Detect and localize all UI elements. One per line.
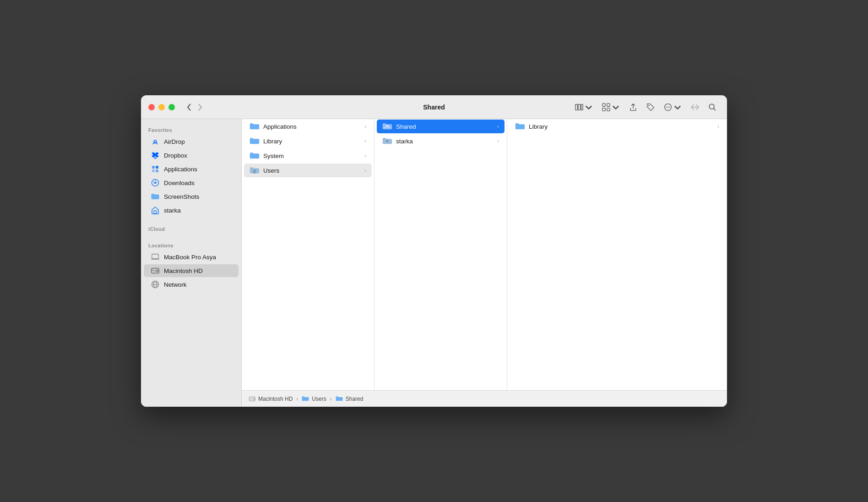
file-row-library-col3[interactable]: Library › xyxy=(510,120,725,133)
dropbox-icon xyxy=(151,151,159,159)
file-row-users[interactable]: Users › xyxy=(244,164,372,177)
svg-rect-15 xyxy=(156,166,158,169)
svg-point-26 xyxy=(253,169,255,172)
column-3: Library › xyxy=(507,119,727,390)
home-icon xyxy=(151,206,159,214)
svg-point-10 xyxy=(667,106,668,107)
minimize-button[interactable] xyxy=(158,104,165,110)
folder-shared-breadcrumb-icon xyxy=(336,396,343,402)
folder-shared-icon xyxy=(382,122,392,131)
sidebar-item-starka[interactable]: starka xyxy=(144,204,239,217)
columns-container: Applications › Library › xyxy=(242,119,727,390)
svg-point-29 xyxy=(385,127,386,128)
downloads-label: Downloads xyxy=(164,180,195,186)
finder-window: Shared xyxy=(141,95,727,407)
svg-rect-16 xyxy=(152,169,155,172)
titlebar: Shared xyxy=(141,95,727,119)
close-button[interactable] xyxy=(148,104,155,110)
starka-row-label: starka xyxy=(396,138,413,145)
icloud-label: iCloud xyxy=(141,223,241,234)
svg-rect-4 xyxy=(607,103,610,106)
column-1: Applications › Library › xyxy=(242,119,374,390)
hd-breadcrumb-icon xyxy=(249,396,255,402)
svg-rect-14 xyxy=(152,166,155,169)
svg-point-7 xyxy=(648,105,649,106)
file-row-library[interactable]: Library › xyxy=(244,134,372,148)
favorites-label: Favorites xyxy=(141,124,241,135)
svg-rect-1 xyxy=(578,104,580,110)
expand-button[interactable] xyxy=(688,101,702,114)
window-controls xyxy=(148,104,175,110)
svg-point-28 xyxy=(386,125,388,127)
svg-point-22 xyxy=(156,270,158,272)
svg-rect-0 xyxy=(575,104,578,110)
svg-point-27 xyxy=(253,172,256,173)
sidebar-item-macbook[interactable]: MacBook Pro Asya xyxy=(144,251,239,263)
starka-label: starka xyxy=(164,207,181,214)
chevron-icon: › xyxy=(497,123,499,130)
chevron-icon: › xyxy=(364,153,366,159)
network-label: Network xyxy=(164,281,187,288)
sidebar-item-airdrop[interactable]: AirDrop xyxy=(144,135,239,148)
folder-users-breadcrumb-icon xyxy=(302,396,309,402)
window-title: Shared xyxy=(423,104,445,111)
main-area: Favorites AirDrop xyxy=(141,119,727,407)
folder-starka-icon xyxy=(382,137,392,145)
svg-point-31 xyxy=(386,140,388,142)
sidebar-item-macintosh-hd[interactable]: Macintosh HD xyxy=(144,264,239,277)
breadcrumb-sep-1: › xyxy=(296,396,298,402)
users-row-label: Users xyxy=(263,167,279,174)
file-row-applications[interactable]: Applications › xyxy=(244,120,372,133)
tag-button[interactable] xyxy=(643,101,658,114)
file-row-starka[interactable]: starka › xyxy=(377,134,505,148)
share-button[interactable] xyxy=(626,101,640,114)
search-button[interactable] xyxy=(705,101,720,114)
forward-button[interactable] xyxy=(195,102,205,113)
view-grid-button[interactable] xyxy=(599,101,623,114)
sidebar-item-screenshots[interactable]: ScreenShots xyxy=(144,190,239,203)
chevron-icon: › xyxy=(497,138,499,144)
screenshots-label: ScreenShots xyxy=(164,193,199,200)
file-row-system[interactable]: System › xyxy=(244,149,372,163)
breadcrumb-hd: Macintosh HD xyxy=(258,396,293,402)
svg-point-33 xyxy=(253,398,255,400)
view-columns-button[interactable] xyxy=(572,101,596,114)
library-col3-row-label: Library xyxy=(529,123,548,130)
folder-library-icon xyxy=(250,137,260,145)
back-button[interactable] xyxy=(184,102,194,113)
sidebar-item-network[interactable]: Network xyxy=(144,278,239,291)
network-icon xyxy=(151,280,159,289)
more-button[interactable] xyxy=(661,101,685,114)
svg-point-30 xyxy=(389,127,390,128)
folder-applications-icon xyxy=(250,122,260,131)
folder-icon xyxy=(151,192,159,201)
downloads-icon xyxy=(151,179,159,187)
applications-label: Applications xyxy=(164,166,197,173)
svg-rect-5 xyxy=(602,108,605,110)
locations-label: Locations xyxy=(141,239,241,250)
svg-point-11 xyxy=(669,106,670,107)
hd-icon xyxy=(151,267,159,275)
maximize-button[interactable] xyxy=(168,104,175,110)
sidebar-item-applications[interactable]: Applications xyxy=(144,163,239,175)
svg-rect-2 xyxy=(581,104,583,110)
sidebar-item-dropbox[interactable]: Dropbox xyxy=(144,149,239,162)
shared-row-label: Shared xyxy=(396,123,416,130)
library-row-label: Library xyxy=(263,138,282,145)
airdrop-label: AirDrop xyxy=(164,138,185,145)
file-row-shared[interactable]: Shared › xyxy=(377,120,505,133)
chevron-icon: › xyxy=(364,123,366,130)
applications-row-label: Applications xyxy=(263,123,297,130)
sidebar: Favorites AirDrop xyxy=(141,119,242,407)
sidebar-item-downloads[interactable]: Downloads xyxy=(144,176,239,189)
toolbar xyxy=(572,101,720,114)
statusbar: Macintosh HD › Users › Shared xyxy=(242,390,727,407)
system-row-label: System xyxy=(263,153,284,159)
breadcrumb-users: Users xyxy=(312,396,326,402)
column-2: Shared › starka › xyxy=(374,119,507,390)
file-browser: Applications › Library › xyxy=(242,119,727,407)
chevron-icon: › xyxy=(717,123,719,130)
chevron-icon: › xyxy=(364,167,366,174)
chevron-icon: › xyxy=(364,138,366,144)
svg-rect-6 xyxy=(607,108,610,110)
